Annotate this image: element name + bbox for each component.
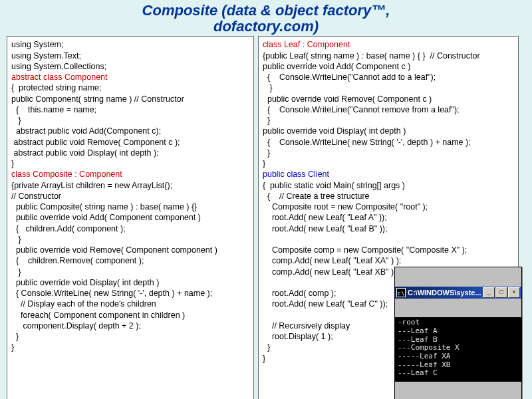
console-output: -root ---Leaf A ---Leaf B ---Composite X… bbox=[395, 317, 521, 381]
code-line: public override void Display( int depth … bbox=[263, 126, 406, 136]
code-panes: using System; using System.Text; using S… bbox=[7, 36, 525, 399]
code-pane-right: class Leaf : Component {public Leaf( str… bbox=[258, 36, 519, 399]
code-line: { public static void Main( string[] args… bbox=[263, 181, 405, 190]
code-line: } bbox=[263, 116, 270, 125]
code-line: } bbox=[263, 148, 270, 158]
code-line: { children.Remove( component ); bbox=[11, 256, 144, 265]
code-line: public override void Display( int depth … bbox=[11, 278, 159, 287]
code-line: foreach( Component component in children… bbox=[11, 311, 185, 320]
code-line: { // Create a tree structure bbox=[263, 192, 370, 201]
code-line: } bbox=[263, 83, 273, 92]
code-line: public override void Add( Component c ) bbox=[263, 62, 410, 71]
code-line: { Console.WriteLine( new String( '-', de… bbox=[263, 138, 471, 147]
code-line: Composite root = new Composite( "root" )… bbox=[263, 202, 428, 211]
code-line: root.Add( comp ); bbox=[263, 289, 336, 298]
console-title: C:\WINDOWS\syste... bbox=[408, 288, 483, 297]
code-line: Composite comp = new Composite( "Composi… bbox=[263, 245, 467, 255]
minimize-button[interactable]: _ bbox=[483, 287, 495, 298]
code-line: public Composite( string name ) : base( … bbox=[11, 202, 197, 211]
code-line: { children.Add( component ); bbox=[11, 224, 126, 233]
code-line: abstract public void Display( int depth … bbox=[11, 148, 159, 158]
title-line-1: Composite (data & object factory™, bbox=[142, 2, 390, 19]
code-line: using System.Collections; bbox=[11, 62, 106, 71]
code-line: public override void Add( Component comp… bbox=[11, 213, 201, 222]
close-button[interactable]: × bbox=[508, 287, 520, 298]
cmd-icon: c\ bbox=[396, 288, 406, 297]
code-line: abstract public void Add(Component c); bbox=[11, 126, 161, 136]
code-line: using System; bbox=[11, 40, 64, 49]
code-line: { Console.WriteLine( new String( '-', de… bbox=[11, 289, 212, 298]
title-line-2: dofactory.com) bbox=[213, 18, 319, 35]
code-line: } bbox=[11, 267, 21, 277]
maximize-button[interactable]: □ bbox=[495, 287, 507, 298]
code-line: } bbox=[11, 342, 14, 352]
code-line: root.Add( new Leaf( "Leaf B" )); bbox=[263, 224, 387, 233]
code-line: {private ArrayList children = new ArrayL… bbox=[11, 181, 172, 190]
code-line: abstract public void Remove( Component c… bbox=[11, 138, 180, 147]
code-line: { Console.WriteLine("Cannot add to a lea… bbox=[263, 72, 436, 82]
code-line: // Constructor bbox=[11, 192, 61, 201]
code-line: comp.Add( new Leaf( "Leaf XB" ) ); bbox=[263, 267, 401, 277]
code-line: public override void Remove( Component c… bbox=[11, 245, 217, 255]
code-line: // Display each of the node's children bbox=[11, 299, 156, 309]
code-line: { protected string name; bbox=[11, 83, 102, 92]
console-window: c\ C:\WINDOWS\syste... _ □ × -root ---Le… bbox=[394, 267, 522, 399]
code-line: root.Display( 1 ); bbox=[263, 332, 333, 341]
code-line: comp.Add( new Leaf( "Leaf XA" ) ); bbox=[263, 256, 401, 265]
code-line: component.Display( depth + 2 ); bbox=[11, 321, 141, 331]
code-line: } bbox=[11, 235, 21, 244]
code-line: class Leaf : Component bbox=[263, 40, 350, 49]
code-line: { this.name = name; bbox=[11, 105, 96, 114]
code-line: public Component( string name ) // Const… bbox=[11, 94, 184, 104]
code-line: } bbox=[263, 159, 265, 168]
code-line: {public Leaf( string name ) : base( name… bbox=[263, 51, 480, 61]
slide-title: Composite (data & object factory™, dofac… bbox=[0, 0, 532, 35]
code-line: public override void Remove( Component c… bbox=[263, 94, 432, 104]
code-line: abstract class Component bbox=[11, 72, 108, 82]
code-line: { Console.WriteLine("Cannot remove from … bbox=[263, 105, 460, 114]
code-line: } bbox=[263, 354, 265, 363]
code-line: class Composite : Component bbox=[11, 170, 122, 179]
code-line: } bbox=[263, 342, 270, 352]
code-line: } bbox=[11, 159, 14, 168]
code-line: using System.Text; bbox=[11, 51, 81, 61]
code-pane-left: using System; using System.Text; using S… bbox=[7, 36, 254, 399]
code-line: // Recursively display bbox=[263, 321, 350, 331]
code-line: } bbox=[11, 332, 19, 341]
code-line: public class Client bbox=[263, 170, 329, 179]
console-titlebar[interactable]: c\ C:\WINDOWS\syste... _ □ × bbox=[395, 287, 521, 299]
code-line: } bbox=[11, 116, 21, 125]
code-line: root.Add( new Leaf( "Leaf A" )); bbox=[263, 213, 387, 222]
code-line: root.Add( new Leaf( "Leaf C" )); bbox=[263, 299, 388, 309]
